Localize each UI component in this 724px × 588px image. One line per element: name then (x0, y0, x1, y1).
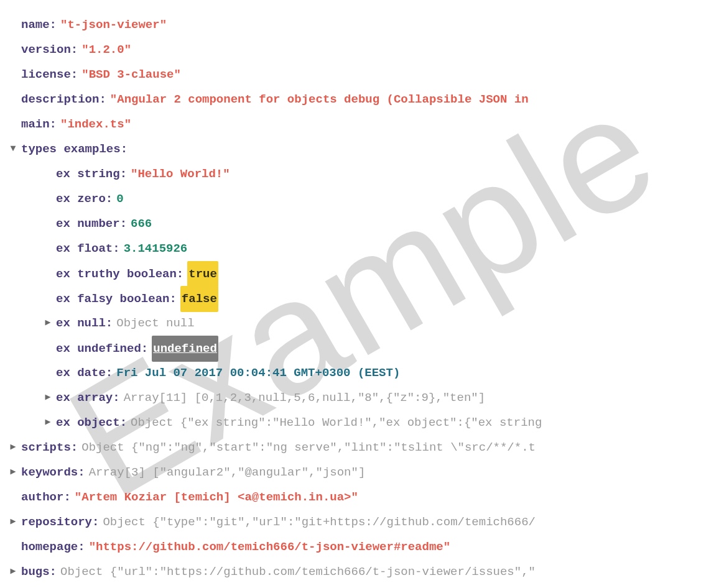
row-ex-undefined: ex undefined: undefined (0, 336, 724, 361)
colon: : (106, 186, 113, 211)
key-description: description (21, 87, 99, 112)
key-types-examples: types examples (21, 137, 121, 162)
row-keywords[interactable]: ▶ keywords: Array[3] ["angular2","@angul… (0, 460, 724, 485)
json-tree: name: "t-json-viewer" version: "1.2.0" l… (0, 12, 724, 584)
colon: : (169, 287, 176, 311)
value-homepage: "https://github.com/temich666/t-json-vie… (89, 535, 451, 559)
chevron-down-icon[interactable]: ▼ (7, 137, 19, 162)
value-ex-array: Array[11] [0,1,2,3,null,5,6,null,"8",{"z… (124, 385, 486, 410)
row-main: main: "index.ts" (0, 112, 724, 137)
value-ex-object: Object {"ex string":"Hello World!","ex o… (131, 410, 542, 435)
row-ex-float: ex float: 3.1415926 (0, 236, 724, 261)
key-ex-array: ex array (56, 385, 113, 410)
row-description: description: "Angular 2 component for ob… (0, 87, 724, 112)
chevron-right-icon[interactable]: ▶ (7, 460, 19, 485)
key-version: version (21, 37, 71, 62)
key-ex-undefined: ex undefined (56, 336, 141, 361)
row-scripts[interactable]: ▶ scripts: Object {"ng":"ng","start":"ng… (0, 435, 724, 460)
chevron-right-icon[interactable]: ▶ (42, 311, 54, 336)
chevron-right-icon[interactable]: ▶ (7, 510, 19, 535)
row-ex-zero: ex zero: 0 (0, 186, 724, 211)
value-description: "Angular 2 component for objects debug (… (110, 87, 529, 112)
key-ex-string: ex string (56, 162, 120, 186)
row-ex-object[interactable]: ▶ ex object: Object {"ex string":"Hello … (0, 410, 724, 435)
key-scripts: scripts (21, 435, 71, 460)
key-ex-truthy: ex truthy boolean (56, 262, 177, 287)
row-repository[interactable]: ▶ repository: Object {"type":"git","url"… (0, 510, 724, 535)
value-ex-null: Object null (116, 311, 194, 336)
value-ex-number: 666 (131, 211, 152, 236)
colon: : (121, 137, 128, 162)
key-ex-object: ex object (56, 410, 120, 435)
value-ex-falsy: false (180, 286, 218, 312)
colon: : (50, 559, 57, 584)
row-ex-array[interactable]: ▶ ex array: Array[11] [0,1,2,3,null,5,6,… (0, 385, 724, 410)
value-ex-zero: 0 (116, 186, 123, 211)
key-ex-null: ex null (56, 311, 106, 336)
colon: : (106, 311, 113, 336)
row-types-examples[interactable]: ▼ types examples: (0, 137, 724, 162)
value-license: "BSD 3-clause" (81, 62, 181, 87)
row-ex-number: ex number: 666 (0, 211, 724, 236)
key-repository: repository (21, 510, 92, 535)
value-ex-date: Fri Jul 07 2017 00:04:41 GMT+0300 (EEST) (116, 361, 400, 385)
value-main: "index.ts" (60, 112, 131, 137)
key-ex-date: ex date (56, 361, 106, 385)
colon: : (99, 87, 106, 112)
row-name: name: "t-json-viewer" (0, 12, 724, 37)
colon: : (71, 37, 78, 62)
colon: : (63, 485, 70, 510)
colon: : (106, 361, 113, 385)
row-homepage: homepage: "https://github.com/temich666/… (0, 535, 724, 559)
colon: : (120, 410, 127, 435)
colon: : (71, 62, 78, 87)
row-bugs[interactable]: ▶ bugs: Object {"url":"https://github.co… (0, 559, 724, 584)
value-scripts: Object {"ng":"ng","start":"ng serve","li… (81, 435, 536, 460)
colon: : (177, 262, 183, 287)
value-version: "1.2.0" (81, 37, 131, 62)
colon: : (50, 112, 57, 137)
colon: : (50, 12, 57, 37)
key-keywords: keywords (21, 460, 78, 485)
row-ex-falsy: ex falsy boolean: false (0, 286, 724, 311)
colon: : (113, 385, 119, 410)
colon: : (71, 435, 78, 460)
value-ex-float: 3.1415926 (124, 236, 188, 261)
key-name: name (21, 12, 50, 37)
key-author: author (21, 485, 63, 510)
colon: : (113, 236, 119, 261)
row-license: license: "BSD 3-clause" (0, 62, 724, 87)
key-main: main (21, 112, 50, 137)
colon: : (141, 336, 148, 361)
value-name: "t-json-viewer" (60, 12, 167, 37)
chevron-right-icon[interactable]: ▶ (7, 559, 19, 584)
chevron-right-icon[interactable]: ▶ (42, 410, 54, 435)
value-author: "Artem Koziar [temich] <a@temich.in.ua>" (75, 485, 358, 510)
colon: : (92, 510, 99, 535)
key-ex-falsy: ex falsy boolean (56, 287, 169, 311)
value-bugs: Object {"url":"https://github.com/temich… (60, 559, 536, 584)
row-ex-string: ex string: "Hello World!" (0, 162, 724, 186)
value-keywords: Array[3] ["angular2","@angular","json"] (89, 460, 366, 485)
row-ex-date: ex date: Fri Jul 07 2017 00:04:41 GMT+03… (0, 361, 724, 385)
row-ex-truthy: ex truthy boolean: true (0, 261, 724, 286)
chevron-right-icon[interactable]: ▶ (42, 385, 54, 410)
colon: : (78, 460, 85, 485)
value-repository: Object {"type":"git","url":"git+https://… (103, 510, 536, 535)
colon: : (120, 211, 127, 236)
value-ex-undefined: undefined (152, 336, 218, 362)
key-ex-number: ex number (56, 211, 120, 236)
row-author: author: "Artem Koziar [temich] <a@temich… (0, 485, 724, 510)
colon: : (78, 535, 85, 559)
key-homepage: homepage (21, 535, 78, 559)
key-bugs: bugs (21, 559, 50, 584)
chevron-right-icon[interactable]: ▶ (7, 435, 19, 460)
value-ex-string: "Hello World!" (131, 162, 230, 186)
key-ex-float: ex float (56, 236, 113, 261)
key-ex-zero: ex zero (56, 186, 106, 211)
value-ex-truthy: true (187, 261, 218, 287)
key-license: license (21, 62, 71, 87)
row-ex-null[interactable]: ▶ ex null: Object null (0, 311, 724, 336)
colon: : (120, 162, 127, 186)
row-version: version: "1.2.0" (0, 37, 724, 62)
